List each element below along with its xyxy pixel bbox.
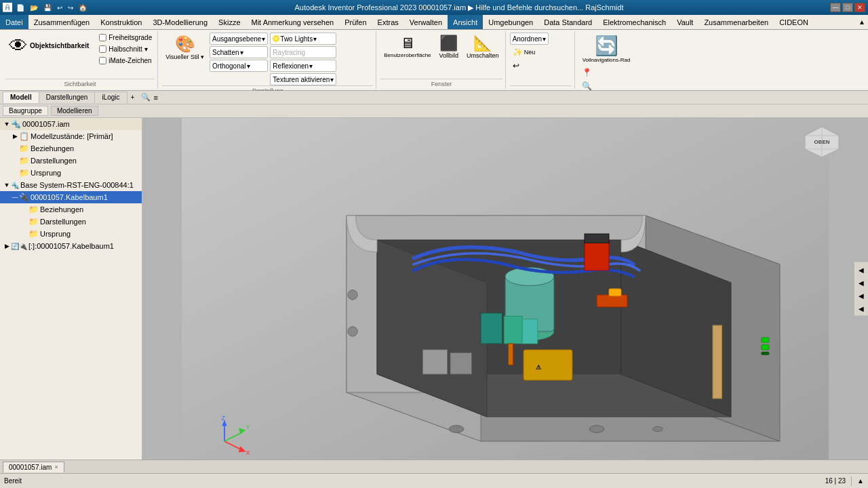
doc-tab-main[interactable]: 00001057.iam × (3, 462, 64, 472)
menu-konstruktion[interactable]: Konstruktion (95, 15, 147, 29)
open-icon[interactable]: 📂 (28, 4, 39, 12)
vollbild-icon: ⬛ (439, 35, 458, 52)
menu-3d-modellierung[interactable]: 3D-Modellierung (147, 15, 213, 29)
new-icon[interactable]: 📄 (15, 4, 26, 12)
menu-extras[interactable]: Extras (372, 15, 404, 29)
menu-ansicht[interactable]: Ansicht (448, 15, 483, 29)
redo-icon[interactable]: ↪ (66, 4, 75, 12)
tab-ilogic[interactable]: iLogic (94, 92, 127, 104)
orthogonal-dropdown[interactable]: Orthogonal ▾ (210, 60, 268, 72)
menu-zusammenfuegen[interactable]: Zusammenfügen (28, 15, 96, 29)
undo-ribbon-button[interactable]: ↩ (510, 60, 522, 72)
imate-checkbox[interactable] (99, 57, 106, 64)
titlebar: 🅰 📄 📂 💾 ↩ ↪ 🏠 Autodesk Inventor Professi… (0, 0, 868, 15)
tree-toggle-kabelbaum1-ref[interactable]: ▶ (3, 243, 11, 249)
panel-search-button[interactable]: 🔍 (141, 92, 152, 103)
tree-item-modellzustaende[interactable]: ▶ 📋 Modellzustände: [Primär] (0, 130, 142, 142)
svg-rect-33 (609, 289, 621, 296)
ausgangsebene-dropdown[interactable]: Ausgangsebene ▾ (210, 33, 268, 45)
undo-icon[interactable]: ↩ (56, 4, 64, 12)
ribbon-group-navigieren: 🔄 Vollnavigations-Rad 📍 🔍 Navigieren (576, 31, 637, 89)
umschalten-label: Umschalten (467, 52, 499, 59)
tree-item-base-system[interactable]: ▼ 🔩 Base System-RST-ENG-000844:1 (0, 179, 142, 191)
fenster-group-label: Fenster (380, 79, 502, 87)
tree-item-beziehungen-1[interactable]: ▶ 📁 Beziehungen (0, 142, 142, 155)
tab-modell[interactable]: Modell (3, 92, 39, 104)
objektsichtbarkeit-button[interactable]: 👁 Objektsichtbarkeit (5, 33, 92, 59)
tab-darstellungen[interactable]: Darstellungen (39, 92, 96, 104)
tree-item-darstellungen-2[interactable]: ▶ 📁 Darstellungen (0, 216, 142, 228)
viewport[interactable]: ⚠ (142, 118, 868, 460)
halbschnitt-checkbox[interactable] (99, 45, 106, 53)
halbschnitt-checkbox-row[interactable]: Halbschnitt ▾ (96, 44, 155, 54)
menu-mit-anmerkung[interactable]: Mit Anmerkung versehen (246, 15, 340, 29)
reflexionen-dropdown[interactable]: Reflexionen ▾ (270, 60, 336, 72)
menu-data-standard[interactable]: Data Standard (538, 15, 597, 29)
imate-checkbox-row[interactable]: iMate-Zeichen (96, 56, 155, 66)
svg-rect-13 (585, 240, 609, 270)
menu-datei[interactable]: Datei (0, 15, 28, 29)
schatten-dropdown[interactable]: Schatten ▾ (210, 46, 268, 58)
tree-item-kabelbaum1[interactable]: — 🔌 00001057.Kabelbaum1 (0, 191, 142, 203)
rp-btn-4[interactable]: ◀ (855, 302, 867, 314)
doc-tab-close[interactable]: × (54, 464, 58, 470)
panel-menu-button[interactable]: ≡ (153, 92, 164, 103)
benutzeroberflaeche-button[interactable]: 🖥 Benutzeroberfläche (380, 33, 434, 60)
objektsichtbarkeit-icon: 👁 (9, 35, 28, 57)
rp-btn-1[interactable]: ◀ (855, 264, 867, 276)
menubar: Datei Zusammenfügen Konstruktion 3D-Mode… (0, 15, 868, 30)
minimize-button[interactable]: — (830, 3, 841, 12)
nav-btn-1[interactable]: 📍 (579, 66, 634, 79)
anordnen-label: Anordnen (513, 35, 542, 43)
menu-umgebungen[interactable]: Umgebungen (483, 15, 538, 29)
tree-toggle-root[interactable]: ▼ (3, 121, 11, 127)
vollnavigationsrad-button[interactable]: 🔄 Vollnavigations-Rad (579, 33, 634, 65)
tree-item-ursprung-2[interactable]: ▶ 📁 Ursprung (0, 228, 142, 240)
svg-point-23 (589, 426, 604, 433)
menu-elektromechanisch[interactable]: Elektromechanisch (597, 15, 671, 29)
freiheitsgrade-checkbox[interactable] (99, 34, 106, 41)
texturen-dropdown[interactable]: Texturen aktivieren ▾ (270, 73, 336, 85)
save-icon[interactable]: 💾 (42, 4, 53, 12)
tree-label-kabelbaum1: 00001057.Kabelbaum1 (31, 193, 108, 201)
svg-rect-18 (504, 317, 522, 344)
lights-dropdown[interactable]: Two Lights ▾ (270, 33, 336, 45)
rp-btn-2[interactable]: ◀ (855, 277, 867, 289)
freiheitsgrade-checkbox-row[interactable]: Freiheitsgrade (96, 33, 155, 43)
collapse-ribbon-icon[interactable]: ▲ (859, 18, 865, 26)
tree-item-beziehungen-2[interactable]: ▶ 📁 Beziehungen (0, 203, 142, 216)
raytracing-dropdown[interactable]: Raytracing (270, 46, 336, 58)
menu-zusammenarbeiten[interactable]: Zusammenarbeiten (698, 15, 774, 29)
close-button[interactable]: ✕ (854, 3, 865, 12)
menu-verwalten[interactable]: Verwalten (404, 15, 448, 29)
vollbild-button[interactable]: ⬛ Vollbild (436, 33, 462, 61)
anordnen-chevron: ▾ (542, 35, 546, 43)
menu-pruefen[interactable]: Prüfen (339, 15, 372, 29)
neu-button[interactable]: ✨ Neu (510, 46, 538, 58)
add-panel-tab-button[interactable]: + (127, 93, 139, 102)
tree-item-root[interactable]: ▼ 🔩 00001057.iam (0, 118, 142, 130)
rp-btn-3[interactable]: ◀ (855, 289, 867, 302)
undo-ribbon-icon: ↩ (513, 61, 519, 70)
tree-toggle-kabelbaum1[interactable]: — (11, 194, 19, 201)
ribbon-group-anordnen: Anordnen ▾ ✨ Neu ↩ (507, 31, 575, 89)
tree-toggle-modellzustaende[interactable]: ▶ (11, 133, 19, 140)
sidebar-tab-baugruppe[interactable]: Baugruppe (3, 106, 48, 116)
svg-text:Z: Z (222, 415, 226, 422)
tree-item-darstellungen-1[interactable]: ▶ 📁 Darstellungen (0, 155, 142, 167)
home-icon[interactable]: 🏠 (77, 4, 88, 12)
tree-toggle-base-system[interactable]: ▼ (3, 182, 11, 188)
sidebar-tab-modellieren[interactable]: Modellieren (51, 106, 98, 116)
visueller-stil-button[interactable]: 🎨 Visueller Stil ▾ (162, 33, 208, 62)
tree-item-kabelbaum1-ref[interactable]: ▶ 🔄🔌 [:]:00001057.Kabelbaum1 (0, 240, 142, 252)
umschalten-button[interactable]: 📐 Umschalten (463, 33, 502, 61)
navcube[interactable]: OBEN (800, 123, 844, 167)
menu-vault[interactable]: Vault (671, 15, 698, 29)
tree-item-ursprung-1[interactable]: ▶ 📁 Ursprung (0, 167, 142, 179)
maximize-button[interactable]: □ (842, 3, 853, 12)
menu-skizze[interactable]: Skizze (213, 15, 245, 29)
menu-cideon[interactable]: CIDEON (774, 15, 814, 29)
status-expand-icon[interactable]: ▲ (857, 477, 864, 485)
anordnen-dropdown[interactable]: Anordnen ▾ (510, 33, 549, 45)
freiheitsgrade-label: Freiheitsgrade (108, 34, 152, 41)
